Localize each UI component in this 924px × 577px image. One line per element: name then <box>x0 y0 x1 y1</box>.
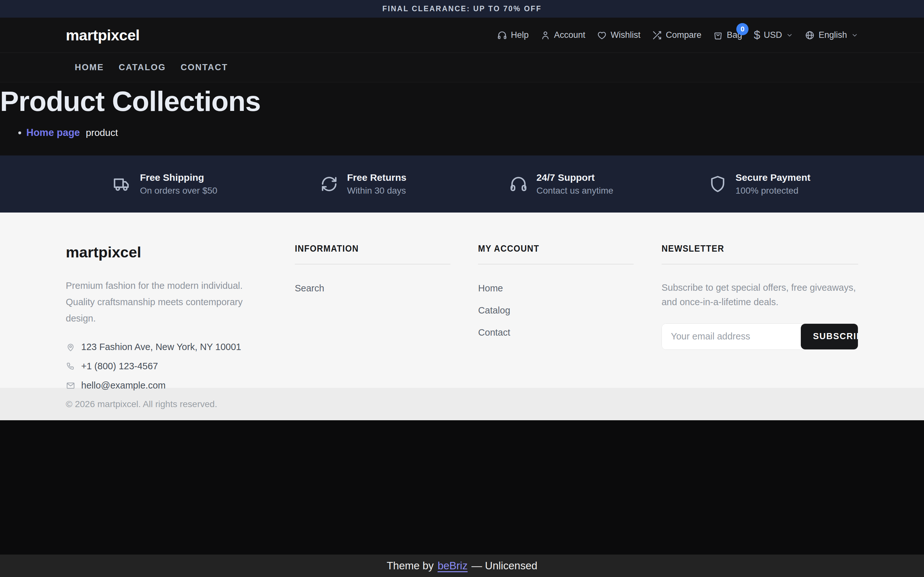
bag-count-badge: 0 <box>736 23 748 35</box>
nav-item-catalog[interactable]: CATALOG <box>119 63 166 73</box>
wishlist-label: Wishlist <box>611 30 640 40</box>
feature-subtitle: 100% protected <box>736 185 811 196</box>
copyright-text: © 2026 martpixcel. All rights reserved. <box>66 399 858 409</box>
footer-contacts: 123 Fashion Ave, New York, NY 10001 +1 (… <box>66 342 267 391</box>
footer-phone[interactable]: +1 (800) 123-4567 <box>66 361 267 372</box>
chevron-down-icon <box>786 32 793 39</box>
headphones-icon <box>497 30 507 40</box>
divider <box>478 264 634 264</box>
email-input[interactable] <box>662 324 801 350</box>
feature-title: 24/7 Support <box>536 172 614 183</box>
account-button[interactable]: Account <box>540 30 586 40</box>
nav-item-contact[interactable]: CONTACT <box>181 63 228 73</box>
bag-button[interactable]: Bag 0 <box>713 30 742 40</box>
divider <box>295 264 451 264</box>
announcement-bar: FINAL CLEARANCE: UP TO 70% OFF <box>0 0 924 18</box>
main-nav: HOME CATALOG CONTACT <box>0 53 924 82</box>
footer-address: 123 Fashion Ave, New York, NY 10001 <box>66 342 267 352</box>
hero-section: Product Collections Home page product <box>0 82 924 155</box>
currency-label: USD <box>764 30 782 40</box>
divider <box>662 264 858 264</box>
phone-icon <box>66 362 75 371</box>
features-bar: Free Shipping On orders over $50 Free Re… <box>0 155 924 213</box>
footer-link-search[interactable]: Search <box>295 283 325 293</box>
compare-label: Compare <box>666 30 701 40</box>
footer-newsletter-column: NEWSLETTER Subscribe to get special offe… <box>662 243 858 391</box>
language-selector[interactable]: English <box>804 30 858 40</box>
logo[interactable]: martpixcel <box>66 26 140 44</box>
newsletter-text: Subscribe to get special offers, free gi… <box>662 280 858 309</box>
truck-icon <box>112 174 132 193</box>
feature-subtitle: On orders over $50 <box>140 185 217 196</box>
footer-link-home[interactable]: Home <box>478 283 503 293</box>
empty-area <box>0 420 924 554</box>
footer: martpixcel Premium fashion for the moder… <box>0 213 924 388</box>
account-label: Account <box>554 30 586 40</box>
heart-icon <box>597 30 607 40</box>
list-item: Home <box>478 283 634 293</box>
language-label: English <box>819 30 847 40</box>
list-item: Contact <box>478 327 634 338</box>
footer-email[interactable]: hello@example.com <box>66 380 267 391</box>
feature-subtitle: Contact us anytime <box>536 185 614 196</box>
header-menu: Help Account Wishlist Compare Bag 0 $ <box>497 29 858 41</box>
compare-icon <box>652 30 662 40</box>
footer-logo[interactable]: martpixcel <box>66 243 267 261</box>
account-heading: MY ACCOUNT <box>478 243 624 254</box>
newsletter-form: SUBSCRIBE <box>662 324 858 350</box>
list-item: Catalog <box>478 305 634 316</box>
chevron-down-icon <box>851 32 858 39</box>
breadcrumb-current: product <box>86 127 118 138</box>
feature-title: Secure Payment <box>736 172 811 183</box>
breadcrumb-home-link[interactable]: Home page <box>26 127 80 138</box>
feature-secure-payment: Secure Payment 100% protected <box>660 155 859 213</box>
footer-information-column: INFORMATION Search <box>295 243 451 391</box>
currency-selector[interactable]: $ USD <box>754 29 793 41</box>
headphones-icon <box>509 174 528 193</box>
nav-item-home[interactable]: HOME <box>75 63 104 73</box>
list-item: Search <box>295 283 451 293</box>
map-pin-icon <box>66 342 75 352</box>
compare-button[interactable]: Compare <box>652 30 701 40</box>
footer-brand-column: martpixcel Premium fashion for the moder… <box>66 243 267 391</box>
feature-title: Free Returns <box>347 172 407 183</box>
theme-credit-suffix: — Unlicensed <box>471 560 537 572</box>
information-heading: INFORMATION <box>295 243 441 254</box>
footer-account-column: MY ACCOUNT Home Catalog Contact <box>478 243 634 391</box>
envelope-icon <box>66 381 75 390</box>
subscribe-button[interactable]: SUBSCRIBE <box>801 324 858 350</box>
announcement-text: FINAL CLEARANCE: UP TO 70% OFF <box>383 5 541 13</box>
footer-link-contact[interactable]: Contact <box>478 327 510 338</box>
user-icon <box>540 30 551 40</box>
feature-title: Free Shipping <box>140 172 217 183</box>
theme-credit-bar: Theme by beBriz — Unlicensed <box>0 554 924 577</box>
footer-link-catalog[interactable]: Catalog <box>478 305 510 316</box>
returns-icon <box>320 174 339 193</box>
dollar-icon: $ <box>754 29 760 41</box>
copyright-bar: © 2026 martpixcel. All rights reserved. <box>0 388 924 420</box>
theme-credit-prefix: Theme by <box>387 560 434 572</box>
feature-free-shipping: Free Shipping On orders over $50 <box>66 155 264 213</box>
feature-support: 24/7 Support Contact us anytime <box>462 155 660 213</box>
feature-subtitle: Within 30 days <box>347 185 407 196</box>
help-button[interactable]: Help <box>497 30 529 40</box>
wishlist-button[interactable]: Wishlist <box>597 30 640 40</box>
globe-icon <box>804 30 815 40</box>
feature-free-returns: Free Returns Within 30 days <box>264 155 462 213</box>
page-title: Product Collections <box>0 85 924 117</box>
shield-icon <box>708 174 727 193</box>
footer-description: Premium fashion for the modern individua… <box>66 277 267 326</box>
theme-author-link[interactable]: beBriz <box>438 560 468 572</box>
header: martpixcel Help Account Wishlist Compare… <box>0 18 924 53</box>
help-label: Help <box>511 30 529 40</box>
breadcrumb: Home page product <box>0 127 924 139</box>
newsletter-heading: NEWSLETTER <box>662 243 846 254</box>
bag-icon <box>713 30 723 40</box>
